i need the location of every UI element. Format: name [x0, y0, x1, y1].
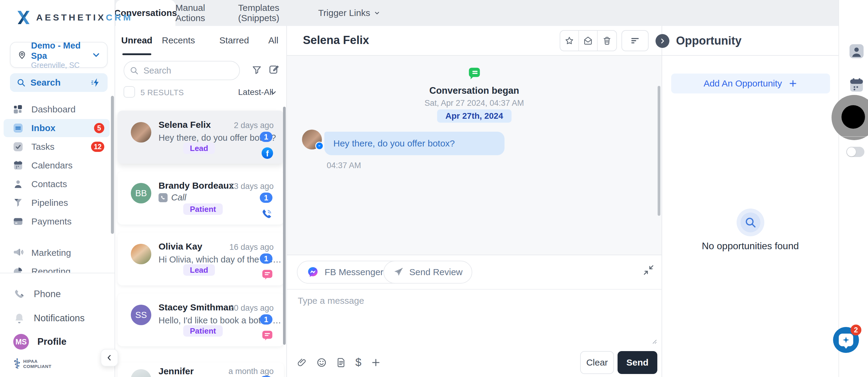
conversation-list-scrollbar[interactable] [283, 107, 286, 345]
recorder-lens [841, 105, 865, 129]
tab-unread[interactable]: Unread [124, 26, 150, 55]
add-opportunity-button[interactable]: Add An Opportunity [671, 73, 830, 93]
sidebar-item-tasks[interactable]: Tasks 12 [4, 138, 110, 156]
sidebar-divider [0, 273, 115, 273]
sidebar-item-contacts[interactable]: Contacts [4, 175, 110, 193]
payments-icon [13, 216, 24, 227]
message-avatar [302, 130, 322, 150]
bell-icon [13, 312, 25, 324]
chat-scrollbar[interactable] [658, 86, 660, 216]
dashboard-icon [13, 104, 24, 115]
tab-trigger-links[interactable]: Trigger Links [318, 0, 381, 26]
plus-icon [788, 78, 798, 88]
chevron-down-icon[interactable] [270, 89, 277, 96]
unread-count-badge: 1 [260, 253, 273, 264]
panel-title: Opportunity [676, 34, 741, 47]
sidebar-item-notifications[interactable]: Notifications [0, 309, 115, 327]
attachment-icon[interactable] [297, 357, 307, 368]
date-separator: Apr 27th, 2024 [437, 109, 512, 123]
sort-dropdown[interactable]: Latest-All [238, 87, 273, 97]
chat-started-icon [467, 67, 481, 81]
message-timestamp: 04:37 AM [327, 161, 361, 170]
sidebar-item-payments[interactable]: Payments [4, 213, 110, 230]
sidebar-collapse-button[interactable] [101, 349, 118, 367]
sidebar-scrollbar[interactable] [111, 96, 114, 234]
conversation-item-stacey-smithman[interactable]: SS Stacey Smithman Hello, I'd like to bo… [118, 293, 284, 346]
tab-recents[interactable]: Recents [160, 26, 196, 55]
appointments-icon[interactable] [848, 77, 865, 94]
mark-unread-button[interactable] [579, 31, 598, 51]
right-rail [838, 0, 868, 377]
inbox-icon [13, 123, 24, 133]
tab-templates-snippets[interactable]: Templates (Snippets) [238, 0, 316, 26]
send-review-button[interactable]: Send Review [383, 261, 472, 284]
account-name: Demo - Med Spa [31, 40, 92, 61]
sms-icon [261, 269, 273, 281]
conversation-filter-button[interactable] [621, 30, 649, 51]
tab-manual-actions[interactable]: Manual Actions [176, 0, 236, 26]
sidebar-item-reporting[interactable]: Reporting [4, 262, 110, 273]
chat-header: Selena Felix [287, 26, 661, 56]
resize-handle[interactable] [650, 337, 657, 344]
contacts-icon [13, 179, 24, 190]
sidebar-item-inbox[interactable]: Inbox 5 [4, 119, 110, 137]
emoji-icon[interactable] [316, 357, 327, 368]
tag-patient: Patient [183, 203, 223, 215]
recorder-divider [838, 136, 868, 137]
hipaa-compliant-logo: ⚕ HIPAA COMPLIANT [13, 357, 52, 371]
tag-patient: Patient [183, 325, 223, 337]
conversation-item-brandy-bordeaux[interactable]: BB Brandy Bordeaux Call Patient 13 days … [118, 171, 284, 224]
toggle-switch[interactable] [846, 147, 864, 157]
filter-icon[interactable] [251, 64, 262, 75]
contact-name-title: Selena Felix [303, 34, 369, 47]
tasks-icon [13, 142, 24, 152]
payment-request-icon[interactable]: $ [355, 356, 361, 369]
sidebar-item-dashboard[interactable]: Dashboard [4, 100, 110, 119]
account-location: Greenville, SC [31, 61, 92, 69]
conversation-item-selena-felix[interactable]: Selena Felix Hey there, do you offer bot… [118, 111, 284, 164]
tab-all[interactable]: All [264, 26, 282, 55]
chat-panel: Selena Felix Conversation began Sat, Apr… [286, 26, 661, 377]
global-search[interactable]: Search [10, 73, 107, 92]
tag-lead: Lead [183, 143, 215, 154]
search-icon [17, 78, 26, 87]
support-unread-badge: 2 [850, 324, 861, 336]
star-button[interactable] [560, 31, 579, 51]
template-icon[interactable] [336, 357, 346, 368]
sparkle-chat-icon [839, 334, 853, 346]
conversation-item-jennifer[interactable]: Jennifer a month ago 1 [118, 363, 284, 377]
collapse-panel-button[interactable] [655, 34, 670, 48]
location-pin-icon [17, 50, 27, 60]
collapse-composer-icon[interactable] [643, 264, 654, 276]
select-all-checkbox[interactable] [124, 86, 135, 98]
compose-icon[interactable] [268, 64, 280, 75]
chevron-down-icon [374, 10, 380, 16]
calendar-icon [13, 160, 24, 171]
send-button[interactable]: Send [618, 351, 657, 374]
empty-state-icon [737, 209, 764, 236]
messenger-icon [307, 266, 319, 279]
clear-button[interactable]: Clear [580, 351, 614, 374]
tab-starred[interactable]: Starred [218, 26, 251, 55]
add-more-icon[interactable] [370, 357, 381, 368]
sms-icon [261, 330, 273, 341]
conversation-search-input[interactable] [124, 61, 240, 80]
tasks-badge: 12 [91, 142, 104, 152]
contact-details-icon[interactable] [848, 43, 865, 60]
phone-icon [13, 288, 25, 300]
conversation-list-panel: Unread Recents Starred All 5 RESULTS Lat… [115, 26, 286, 377]
sidebar-item-phone[interactable]: Phone [0, 285, 115, 303]
conversation-item-olivia-kay[interactable]: Olivia Kay Hi Olivia, which day of the w… [118, 232, 284, 285]
sidebar-item-pipelines[interactable]: Pipelines [4, 194, 110, 212]
delete-button[interactable] [598, 31, 616, 51]
pipelines-icon [13, 197, 24, 208]
sidebar-item-marketing[interactable]: Marketing [4, 244, 110, 262]
message-input[interactable] [293, 291, 652, 349]
chevron-down-icon [92, 51, 100, 59]
brand-mark-icon [16, 9, 31, 26]
sidebar-item-profile[interactable]: MS Profile [0, 333, 115, 351]
conversation-began-block: Conversation began Sat, Apr 27 2024, 04:… [287, 56, 661, 108]
sidebar-item-calendars[interactable]: Calendars [4, 156, 110, 175]
account-switcher[interactable]: Demo - Med Spa Greenville, SC [10, 42, 107, 68]
paper-plane-icon [393, 267, 404, 278]
